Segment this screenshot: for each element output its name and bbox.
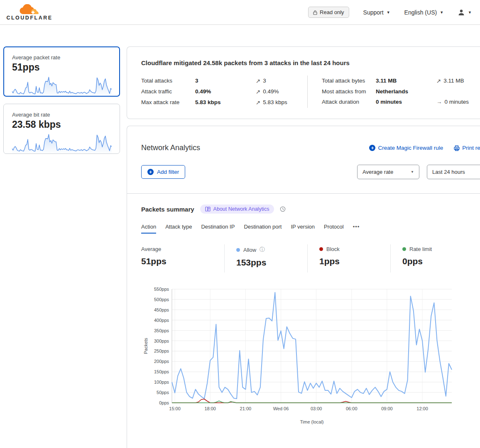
bit-rate-sparkline [12, 132, 112, 153]
trend-value: 0 minutes [445, 99, 469, 105]
block-dot-icon [319, 247, 323, 251]
stat-label: Total attacks [141, 78, 192, 84]
svg-text:550pps: 550pps [154, 287, 169, 292]
svg-text:450pps: 450pps [154, 307, 169, 312]
add-filter-button[interactable]: + Add filter [141, 165, 185, 179]
stat-row: Most attacks from Netherlands [322, 86, 480, 97]
stat-trend: ↗3.11 MB [436, 78, 480, 84]
account-menu[interactable]: ▼ [458, 9, 472, 16]
svg-text:06:00: 06:00 [346, 406, 358, 411]
chevron-down-icon: ▼ [387, 10, 390, 15]
tabs-more-button[interactable]: ••• [353, 224, 360, 234]
tab-destination-ip[interactable]: Destination IP [201, 224, 235, 234]
svg-text:350pps: 350pps [154, 328, 169, 333]
svg-text:Packets: Packets [143, 338, 148, 354]
stat-row: Attack duration 0 minutes →0 minutes [322, 97, 480, 107]
book-icon [205, 207, 211, 212]
attack-summary-card: Cloudflare mitigated 24.58k packets from… [127, 46, 480, 119]
stat-trend: →0 minutes [436, 99, 480, 105]
trend-value: 3.11 MB [443, 78, 464, 84]
svg-text:50pps: 50pps [157, 390, 169, 395]
read-only-badge: Read only [308, 7, 349, 18]
svg-text:Wed 06: Wed 06 [273, 406, 289, 411]
trend-value: 5.83 kbps [263, 99, 287, 106]
svg-text:300pps: 300pps [154, 338, 169, 343]
tab-destination-port[interactable]: Destination port [244, 224, 282, 234]
cloudflare-wordmark: CLOUDFLARE [6, 15, 52, 21]
metric-dropdown-value: Average rate [362, 169, 393, 175]
stat-label: Average [141, 246, 161, 252]
stat-label: Allow [243, 247, 256, 253]
stat-trend: ↗5.83 kbps [256, 99, 307, 106]
tab-protocol[interactable]: Protocol [324, 224, 344, 234]
stat-label: Rate limit [409, 246, 432, 252]
network-analytics-card: Network Analytics + Create Magic Firewal… [127, 126, 480, 448]
svg-text:03:00: 03:00 [311, 406, 322, 411]
trend-up-icon: ↗ [256, 99, 260, 106]
metric-cards-column: Average packet rate 51pps Average bit ra… [3, 46, 120, 448]
main-column: Cloudflare mitigated 24.58k packets from… [127, 46, 480, 448]
metric-card-value: 51pps [12, 62, 111, 73]
support-menu[interactable]: Support ▼ [363, 9, 390, 16]
stat-value: Netherlands [376, 88, 433, 95]
stat-trend: ↗3 [256, 78, 307, 84]
svg-text:18:00: 18:00 [204, 406, 216, 411]
trend-up-icon: ↗ [436, 78, 441, 84]
trend-up-icon: ↗ [256, 88, 260, 95]
stat-label: Block [326, 246, 340, 252]
tab-attack-type[interactable]: Attack type [165, 224, 192, 234]
trend-value: 0.49% [263, 88, 279, 95]
header-actions: Read only Support ▼ English (US) ▼ ▼ [308, 7, 472, 18]
about-pill-label: About Network Analytics [213, 206, 269, 212]
language-label: English (US) [404, 9, 437, 16]
print-report-label: Print report [462, 145, 480, 151]
average-bit-rate-card[interactable]: Average bit rate 23.58 kbps [3, 104, 120, 154]
top-header: CLOUDFLARE Read only Support ▼ English (… [0, 0, 480, 25]
average-packet-rate-card[interactable]: Average packet rate 51pps [3, 46, 120, 97]
stat-row: Max attack rate 5.83 kbps ↗5.83 kbps [141, 97, 307, 108]
history-clock-icon[interactable] [280, 206, 286, 212]
cloudflare-logo[interactable]: CLOUDFLARE [7, 4, 52, 21]
svg-text:Time (local): Time (local) [300, 419, 323, 424]
stat-average: Average 51pps [141, 244, 224, 273]
packets-summary-title: Packets summary [141, 206, 194, 213]
svg-text:500pps: 500pps [154, 297, 169, 302]
read-only-label: Read only [320, 9, 344, 15]
stat-value: 0 minutes [376, 99, 433, 105]
stat-value: 1pps [319, 256, 390, 266]
stat-value: 3 [195, 78, 252, 84]
add-filter-label: Add filter [157, 169, 179, 175]
user-icon [458, 9, 465, 16]
time-range-dropdown[interactable]: Last 24 hours ▼ [427, 165, 480, 179]
svg-text:250pps: 250pps [154, 348, 169, 353]
metric-dropdown[interactable]: Average rate ▼ [357, 165, 419, 179]
create-magic-firewall-rule-link[interactable]: + Create Magic Firewall rule [369, 145, 443, 151]
lock-icon [313, 10, 317, 15]
stat-value: 0pps [402, 256, 473, 266]
tab-ip-version[interactable]: IP version [291, 224, 315, 234]
time-series-chart[interactable]: 0pps50pps100pps150pps200pps250pps300pps3… [142, 286, 462, 427]
trend-right-icon: → [436, 99, 442, 105]
packet-rate-sparkline [12, 75, 112, 96]
packets-tab-bar: Action Attack type Destination IP Destin… [141, 224, 480, 234]
plus-circle-icon: + [369, 145, 375, 151]
create-rule-label: Create Magic Firewall rule [378, 145, 443, 151]
stat-value: 5.83 kbps [195, 99, 252, 105]
svg-text:400pps: 400pps [154, 318, 169, 323]
packets-chart: 0pps50pps100pps150pps200pps250pps300pps3… [141, 286, 480, 429]
printer-icon [454, 145, 460, 151]
stat-label: Max attack rate [141, 99, 192, 105]
tab-action[interactable]: Action [141, 224, 156, 234]
support-label: Support [363, 9, 384, 16]
about-network-analytics-pill[interactable]: About Network Analytics [200, 205, 274, 214]
info-icon[interactable]: ⓘ [260, 246, 265, 253]
print-report-link[interactable]: Print report [454, 145, 480, 151]
stat-trend: ↗0.49% [256, 88, 307, 95]
stat-row: Attack traffic 0.49% ↗0.49% [141, 86, 307, 97]
rate-limit-dot-icon [402, 247, 406, 251]
stat-label: Attack duration [322, 99, 372, 105]
time-dropdown-value: Last 24 hours [432, 169, 465, 175]
svg-text:21:00: 21:00 [240, 406, 252, 411]
language-menu[interactable]: English (US) ▼ [404, 9, 444, 16]
stat-value: 153pps [236, 258, 307, 268]
